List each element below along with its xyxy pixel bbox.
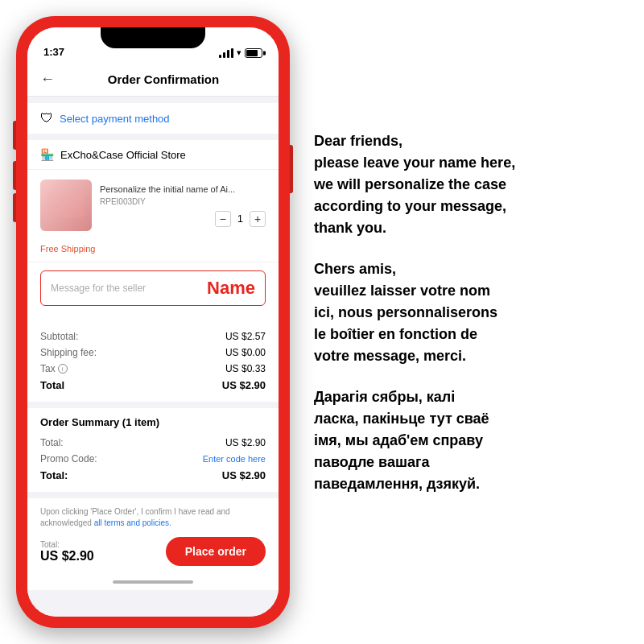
payment-icon: 🛡 — [40, 111, 53, 126]
product-name: Personalize the initial name of Ai... — [100, 184, 266, 194]
footer-bar: Upon clicking 'Place Order', I confirm I… — [27, 498, 279, 574]
french-text-block: Chers amis,veuillez laisser votre nomici… — [314, 258, 620, 367]
footer-total: Total: US $2.90 — [40, 540, 94, 564]
battery-icon — [245, 48, 262, 58]
phone-mockup: 1:37 ▾ ← Order Confirmation — [16, 16, 290, 628]
phone-screen: 1:37 ▾ ← Order Confirmation — [27, 27, 279, 617]
subtotal-row: Subtotal: US $2.57 — [40, 328, 266, 345]
payment-text: Select payment method — [60, 113, 170, 125]
wifi-icon: ▾ — [237, 47, 242, 58]
tax-info-icon[interactable]: i — [58, 364, 68, 374]
seller-message-placeholder: Message for the seller — [51, 283, 146, 294]
product-sku: RPEI003DIY — [100, 197, 266, 206]
total-value: US $2.90 — [222, 379, 266, 391]
store-name: ExCho&Case Official Store — [60, 149, 186, 161]
summary-total-label: Total: — [40, 437, 64, 448]
page-title: Order Confirmation — [61, 72, 266, 86]
product-info: Personalize the initial name of Ai... RP… — [100, 184, 266, 227]
place-order-button[interactable]: Place order — [166, 537, 266, 566]
totals-section: Subtotal: US $2.57 Shipping fee: US $0.0… — [27, 320, 279, 402]
order-summary-section: Order Summary (1 item) Total: US $2.90 P… — [27, 408, 279, 492]
product-thumbnail — [40, 180, 92, 231]
tax-label: Tax i — [40, 363, 68, 374]
tax-value: US $0.33 — [225, 363, 266, 374]
promo-label: Promo Code: — [40, 453, 97, 464]
shipping-value: US $0.00 — [225, 347, 266, 358]
english-text: Dear friends,please leave your name here… — [314, 130, 620, 239]
product-row: Personalize the initial name of Ai... RP… — [27, 170, 279, 241]
promo-link[interactable]: Enter code here — [203, 454, 266, 464]
tax-row: Tax i US $0.33 — [40, 361, 266, 377]
home-indicator — [27, 574, 279, 590]
summary-total-row: Total: US $2.90 — [40, 435, 266, 451]
shipping-label: Shipping fee: — [40, 347, 97, 358]
text-panel: Dear friends,please leave your name here… — [290, 114, 644, 530]
order-summary-title: Order Summary (1 item) — [40, 416, 266, 428]
seller-message-name: Name — [207, 278, 255, 299]
app-content: ← Order Confirmation 🛡 Select payment me… — [27, 63, 279, 617]
french-text: Chers amis,veuillez laisser votre nomici… — [314, 258, 620, 367]
terms-link[interactable]: all terms and policies. — [94, 518, 171, 527]
payment-method-row[interactable]: 🛡 Select payment method — [27, 103, 279, 134]
belarusian-text-block: Дарагія сябры, каліласка, пакіньце тут с… — [314, 386, 620, 495]
final-label: Total: — [40, 469, 68, 481]
footer-total-value: US $2.90 — [40, 549, 94, 564]
store-header: 🏪 ExCho&Case Official Store — [27, 140, 279, 170]
subtotal-label: Subtotal: — [40, 331, 78, 342]
signal-icon — [219, 48, 233, 58]
quantity-control: − 1 + — [100, 211, 266, 227]
summary-total-value: US $2.90 — [225, 437, 266, 448]
belarusian-text: Дарагія сябры, каліласка, пакіньце тут с… — [314, 386, 620, 495]
english-text-block: Dear friends,please leave your name here… — [314, 130, 620, 239]
back-button[interactable]: ← — [40, 71, 55, 88]
status-icons: ▾ — [219, 47, 262, 58]
qty-plus-button[interactable]: + — [250, 211, 266, 227]
seller-message-box[interactable]: Message for the seller Name — [27, 262, 279, 314]
total-row: Total US $2.90 — [40, 377, 266, 394]
footer-bottom: Total: US $2.90 Place order — [40, 537, 266, 566]
free-shipping-label: Free Shipping — [27, 241, 279, 262]
shipping-row: Shipping fee: US $0.00 — [40, 345, 266, 361]
status-time: 1:37 — [43, 46, 64, 58]
store-section: 🏪 ExCho&Case Official Store Personalize … — [27, 140, 279, 402]
promo-row: Promo Code: Enter code here — [40, 451, 266, 467]
qty-value: 1 — [237, 213, 243, 225]
subtotal-value: US $2.57 — [225, 331, 266, 342]
terms-text: Upon clicking 'Place Order', I confirm I… — [40, 506, 266, 529]
app-header: ← Order Confirmation — [27, 63, 279, 97]
qty-minus-button[interactable]: − — [215, 211, 231, 227]
notch — [101, 27, 205, 48]
final-total-row: Total: US $2.90 — [40, 467, 266, 484]
footer-total-label: Total: — [40, 540, 94, 549]
total-label: Total — [40, 379, 64, 391]
seller-message-input[interactable]: Message for the seller Name — [40, 270, 266, 306]
final-value: US $2.90 — [222, 469, 266, 481]
store-icon: 🏪 — [40, 148, 54, 161]
